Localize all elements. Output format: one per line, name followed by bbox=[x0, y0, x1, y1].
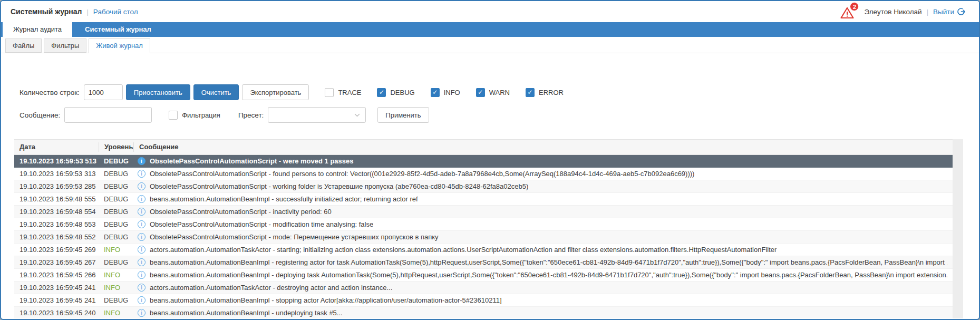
log-row[interactable]: 19.10.2023 16:59:48 553DEBUGiObsoletePas… bbox=[14, 218, 953, 231]
log-row[interactable]: 19.10.2023 16:59:48 555DEBUGibeans.autom… bbox=[14, 193, 953, 206]
info-circle-icon: i bbox=[138, 271, 145, 279]
log-row[interactable]: 19.10.2023 16:59:45 269INFOiactors.autom… bbox=[14, 244, 953, 256]
log-date: 19.10.2023 16:59:45 241 bbox=[14, 296, 99, 304]
log-row[interactable]: 19.10.2023 16:59:53 313DEBUGiObsoletePas… bbox=[14, 168, 953, 180]
checkbox-label: ERROR bbox=[539, 89, 564, 96]
tab-files[interactable]: Файлы bbox=[5, 38, 42, 53]
log-message: ObsoletePassControlAutomationScript - mo… bbox=[150, 233, 439, 241]
info-circle-icon: i bbox=[138, 182, 145, 190]
log-date: 19.10.2023 16:59:45 240 bbox=[14, 309, 99, 317]
level-filter-info[interactable]: ✓INFO bbox=[431, 88, 460, 97]
log-message-cell: ibeans.automation.AutomationBeanImpl - s… bbox=[133, 195, 953, 203]
log-message: ObsoletePassControlAutomationScript - fo… bbox=[150, 170, 694, 178]
sub-tab-bar: Файлы Фильтры Живой журнал bbox=[1, 37, 979, 53]
log-level: DEBUG bbox=[99, 182, 133, 190]
log-level: DEBUG bbox=[99, 170, 133, 178]
logout-button[interactable]: Выйти bbox=[933, 7, 965, 16]
column-header-level[interactable]: Уровень bbox=[99, 142, 133, 152]
log-row[interactable]: 19.10.2023 16:59:45 266INFOibeans.automa… bbox=[14, 269, 953, 282]
log-level: DEBUG bbox=[99, 233, 133, 241]
log-message-cell: ibeans.automation.AutomationBeanImpl - s… bbox=[133, 296, 953, 304]
log-row[interactable]: 19.10.2023 16:59:53 513DEBUGiObsoletePas… bbox=[14, 155, 953, 168]
level-filter-trace[interactable]: TRACE bbox=[325, 88, 361, 97]
checkbox-label: WARN bbox=[489, 89, 510, 96]
level-filters: TRACE✓DEBUG✓INFO✓WARN✓ERROR bbox=[309, 88, 564, 97]
log-date: 19.10.2023 16:59:48 553 bbox=[14, 220, 99, 228]
column-header-message[interactable]: Сообщение bbox=[133, 142, 953, 152]
log-message: ObsoletePassControlAutomationScript - we… bbox=[150, 157, 354, 165]
controls-row-1: Количество строк: Приостановить Очистить… bbox=[20, 84, 979, 100]
message-input[interactable] bbox=[64, 107, 152, 123]
log-message: beans.automation.AutomationBeanImpl - st… bbox=[150, 296, 502, 304]
log-message-cell: iObsoletePassControlAutomationScript - w… bbox=[133, 157, 953, 165]
log-date: 19.10.2023 16:59:45 266 bbox=[14, 271, 99, 279]
system-journal-window: Системный журнал | Рабочий стол 2 Элеуто… bbox=[0, 0, 980, 320]
info-circle-icon: i bbox=[138, 296, 145, 304]
separator: | bbox=[927, 8, 928, 16]
notification-badge: 2 bbox=[850, 2, 859, 11]
log-level: DEBUG bbox=[99, 296, 133, 304]
rows-count-input[interactable] bbox=[84, 84, 123, 100]
logout-label: Выйти bbox=[933, 8, 954, 16]
level-filter-warn[interactable]: ✓WARN bbox=[476, 88, 510, 97]
info-circle-icon: i bbox=[138, 233, 145, 241]
log-row[interactable]: 19.10.2023 16:59:53 285DEBUGiObsoletePas… bbox=[14, 180, 953, 193]
log-controls: Количество строк: Приостановить Очистить… bbox=[1, 53, 979, 123]
checkbox-label: TRACE bbox=[338, 89, 361, 96]
log-message: ObsoletePassControlAutomationScript - wo… bbox=[150, 182, 528, 190]
pause-button[interactable]: Приостановить bbox=[126, 84, 190, 100]
log-message: ObsoletePassControlAutomationScript - in… bbox=[150, 208, 332, 216]
log-message-cell: iObsoletePassControlAutomationScript - m… bbox=[133, 233, 953, 241]
info-circle-icon: i bbox=[138, 195, 145, 203]
log-row[interactable]: 19.10.2023 16:59:45 241DEBUGibeans.autom… bbox=[14, 294, 953, 307]
info-circle-icon: i bbox=[138, 246, 145, 254]
info-circle-icon: i bbox=[138, 284, 145, 292]
scrollbar-track[interactable] bbox=[953, 139, 963, 318]
notifications-button[interactable]: 2 bbox=[840, 4, 856, 19]
info-circle-icon: i bbox=[138, 208, 145, 216]
log-date: 19.10.2023 16:59:53 313 bbox=[14, 170, 99, 178]
table-header: Дата Уровень Сообщение bbox=[14, 139, 953, 155]
apply-button[interactable]: Применить bbox=[377, 107, 429, 123]
log-row[interactable]: 19.10.2023 16:59:45 267DEBUGibeans.autom… bbox=[14, 256, 953, 269]
log-row[interactable]: 19.10.2023 16:59:48 554DEBUGiObsoletePas… bbox=[14, 206, 953, 218]
tab-system-journal[interactable]: Системный журнал bbox=[72, 22, 164, 37]
info-circle-icon: i bbox=[138, 258, 145, 266]
checkbox[interactable]: ✓ bbox=[526, 88, 535, 97]
clear-button[interactable]: Очистить bbox=[193, 84, 239, 100]
log-date: 19.10.2023 16:59:45 269 bbox=[14, 246, 99, 254]
log-rows: 19.10.2023 16:59:53 513DEBUGiObsoletePas… bbox=[14, 155, 953, 318]
export-button[interactable]: Экспортировать bbox=[242, 84, 309, 100]
log-row[interactable]: 19.10.2023 16:59:48 552DEBUGiObsoletePas… bbox=[14, 231, 953, 244]
info-circle-icon: i bbox=[138, 220, 145, 228]
desktop-link[interactable]: Рабочий стол bbox=[93, 8, 138, 16]
preset-select[interactable] bbox=[268, 107, 366, 123]
column-header-date[interactable]: Дата bbox=[14, 142, 99, 152]
checkbox[interactable]: ✓ bbox=[431, 88, 440, 97]
level-filter-debug[interactable]: ✓DEBUG bbox=[377, 88, 414, 97]
log-level: DEBUG bbox=[99, 208, 133, 216]
checkbox[interactable]: ✓ bbox=[377, 88, 386, 97]
log-message-cell: iObsoletePassControlAutomationScript - f… bbox=[133, 170, 953, 178]
filtering-checkbox[interactable] bbox=[169, 111, 178, 120]
checkbox[interactable]: ✓ bbox=[476, 88, 485, 97]
level-filter-error[interactable]: ✓ERROR bbox=[526, 88, 564, 97]
log-row[interactable]: 19.10.2023 16:59:45 240INFOibeans.automa… bbox=[14, 307, 953, 318]
filtering-label: Фильтрация bbox=[182, 111, 220, 119]
log-level: INFO bbox=[99, 246, 133, 254]
log-date: 19.10.2023 16:59:45 241 bbox=[14, 284, 99, 292]
filtering-checkbox-group[interactable]: Фильтрация bbox=[169, 111, 220, 120]
log-level: DEBUG bbox=[99, 220, 133, 228]
tab-live-journal[interactable]: Живой журнал bbox=[89, 38, 150, 53]
tab-audit-journal[interactable]: Журнал аудита bbox=[3, 22, 72, 37]
log-level: INFO bbox=[99, 284, 133, 292]
log-message: beans.automation.AutomationBeanImpl - su… bbox=[150, 195, 418, 203]
checkbox[interactable] bbox=[325, 88, 334, 97]
rows-count-label: Количество строк: bbox=[20, 89, 80, 96]
info-circle-icon: i bbox=[138, 309, 145, 317]
log-row[interactable]: 19.10.2023 16:59:45 241INFOiactors.autom… bbox=[14, 282, 953, 294]
tab-filters[interactable]: Фильтры bbox=[44, 38, 86, 53]
main-tab-bar: Журнал аудита Системный журнал bbox=[1, 22, 979, 37]
checkbox-label: INFO bbox=[444, 89, 460, 96]
log-table: Дата Уровень Сообщение 19.10.2023 16:59:… bbox=[14, 139, 963, 318]
